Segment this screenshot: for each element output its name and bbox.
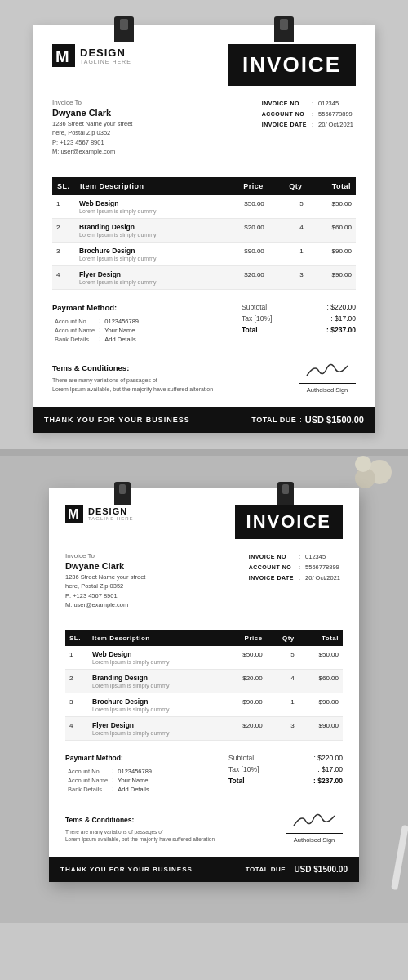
invoice-no-row: INVOICE NO : 012345 [259, 99, 356, 109]
pm-bank-details-value: Add Details [102, 335, 141, 344]
invoice-details-2: INVOICE NO : 012345 ACCOUNT NO : 5566778… [246, 552, 343, 619]
row-total: $60.00 [299, 670, 343, 693]
total-due-label: TOTAL DUE [251, 416, 296, 424]
logo-icon: M [52, 44, 75, 67]
tax-value: : $17.00 [330, 314, 356, 323]
account-no-row: ACCOUNT NO : 5566778899 [259, 109, 356, 120]
logo-text-2: DESIGN TAGLINE HERE [88, 506, 134, 521]
table-row: 1 Web Design Lorem Ipsum is simply dummy… [52, 195, 356, 219]
row-qty: 4 [267, 670, 299, 693]
pm-account-name-row: Account Name : Your Name [52, 326, 141, 335]
pm-bank-details-row: Bank Details : Add Details [52, 335, 141, 344]
section-divider [0, 449, 408, 456]
company-tagline: TAGLINE HERE [80, 59, 131, 65]
table-body-2: 1 Web Design Lorem Ipsum is simply dummy… [65, 646, 343, 741]
invoice-date-value: 20/ Oct/2021 [316, 120, 356, 131]
row-qty: 4 [268, 219, 308, 243]
logo-text: DESIGN TAGLINE HERE [80, 47, 131, 65]
subtotal-label: Subtotal [242, 303, 267, 311]
signature-box: Authoised Sign [299, 357, 356, 394]
invoice-no-label: INVOICE NO [259, 99, 309, 109]
row-price: $90.00 [218, 243, 268, 266]
client-address: 1236 Street Name your street here, Posta… [52, 119, 132, 156]
binder-clip-left-2 [114, 482, 131, 505]
row-price: $90.00 [222, 693, 266, 717]
invoice-2: M DESIGN TAGLINE HERE INVOICE Invoice To… [49, 488, 359, 882]
col-qty: Qty [268, 177, 308, 195]
signature-line: Authoised Sign [299, 383, 356, 394]
total-due-colon: : [299, 416, 302, 424]
terms-section: Tems & Conditiones: There are many varia… [52, 357, 356, 394]
row-sl: 4 [52, 266, 75, 290]
row-description: Brochure Design Lorem Ipsum is simply du… [88, 693, 222, 717]
invoice-title-box: INVOICE [228, 44, 356, 86]
invoice-no-value: 012345 [316, 99, 356, 109]
row-sl: 1 [52, 195, 75, 219]
total-label: Total [242, 326, 258, 334]
bottom-section-2: Paymant Method: Account No : 0123456789 … [65, 754, 343, 794]
invoice-1: M DESIGN TAGLINE HERE INVOICE Invoice To… [33, 24, 375, 433]
row-total: $90.00 [299, 693, 343, 717]
invoice-footer: THANK YOU FOR YOUR BUSINESS TOTAL DUE : … [33, 407, 375, 433]
row-price: $50.00 [218, 195, 268, 219]
row-sl: 2 [52, 219, 75, 243]
row-description: Web Design Lorem Ipsum is simply dummy [75, 195, 218, 219]
client-city: here, Postal Zip 0352 [52, 128, 132, 137]
row-description: Branding Design Lorem Ipsum is simply du… [75, 219, 218, 243]
company-tagline-2: TAGLINE HERE [88, 516, 134, 521]
summary-box: Subtotal : $220.00 Tax [10%] : $17.00 To… [242, 303, 356, 344]
company-name: DESIGN [80, 47, 131, 59]
info-row-2: Invoice To Dwyane Clark 1236 Street Name… [65, 552, 343, 619]
pm-account-name-value: Your Name [102, 326, 141, 335]
pm-bank-details-label: Bank Details [52, 335, 97, 344]
signature-label: Authoised Sign [307, 386, 348, 394]
client-info: Invoice To Dwyane Clark 1236 Street Name… [52, 99, 132, 156]
row-sl: 3 [65, 693, 88, 717]
row-description: Branding Design Lorem Ipsum is simply du… [88, 670, 222, 693]
footer-thank-you: THANK YOU FOR YOUR BUSINESS [44, 416, 190, 424]
table-body: 1 Web Design Lorem Ipsum is simply dummy… [52, 195, 356, 290]
row-total: $90.00 [308, 243, 356, 266]
invoice-details: INVOICE NO : 012345 ACCOUNT NO : 5566778… [259, 99, 356, 166]
pm-account-no-row: Account No : 0123456789 [52, 317, 141, 326]
row-price: $20.00 [222, 717, 266, 741]
table-row: 1 Web Design Lorem Ipsum is simply dummy… [65, 646, 343, 670]
total-value: : $237.00 [326, 326, 356, 334]
items-table: SL. Item Description Price Qty Total 1 W… [52, 177, 356, 290]
payment-title: Paymant Method: [52, 303, 232, 312]
client-street: 1236 Street Name your street [52, 119, 132, 128]
logo-section: M DESIGN TAGLINE HERE [52, 44, 131, 67]
signature-image [299, 357, 356, 381]
row-qty: 1 [267, 693, 299, 717]
row-price: $50.00 [222, 646, 266, 670]
row-total: $60.00 [308, 219, 356, 243]
row-description: Flyer Design Lorem Ipsum is simply dummy [88, 717, 222, 741]
invoice-date-label: INVOICE DATE [259, 120, 309, 131]
signature-svg [303, 359, 352, 380]
table-row: 3 Brochure Design Lorem Ipsum is simply … [52, 243, 356, 266]
payment-method-2: Paymant Method: Account No : 0123456789 … [65, 754, 219, 794]
terms-text: There are many variations of passages of… [52, 376, 213, 394]
invoice-details-table: INVOICE NO : 012345 ACCOUNT NO : 5566778… [259, 99, 356, 130]
row-qty: 3 [267, 717, 299, 741]
terms-title: Tems & Conditiones: [52, 363, 213, 372]
row-qty: 5 [268, 195, 308, 219]
row-description: Flyer Design Lorem Ipsum is simply dummy [75, 266, 218, 290]
row-sl: 1 [65, 646, 88, 670]
svg-text:M: M [68, 507, 78, 521]
pen-decoration [391, 825, 408, 890]
payment-table: Account No : 0123456789 Account Name : Y… [52, 317, 141, 344]
table-row: 2 Branding Design Lorem Ipsum is simply … [65, 670, 343, 693]
account-no-value: 5566778899 [316, 109, 356, 120]
invoice-header: M DESIGN TAGLINE HERE INVOICE [52, 44, 356, 86]
client-name: Dwyane Clark [52, 108, 132, 118]
total-row: Total : $237.00 [242, 326, 356, 334]
logo-section-2: M DESIGN TAGLINE HERE [65, 505, 134, 523]
subtotal-value: : $220.00 [327, 303, 356, 311]
row-price: $20.00 [218, 219, 268, 243]
row-total: $90.00 [299, 717, 343, 741]
row-qty: 3 [268, 266, 308, 290]
table-row: 3 Brochure Design Lorem Ipsum is simply … [65, 693, 343, 717]
table-row: 4 Flyer Design Lorem Ipsum is simply dum… [52, 266, 356, 290]
row-qty: 1 [268, 243, 308, 266]
